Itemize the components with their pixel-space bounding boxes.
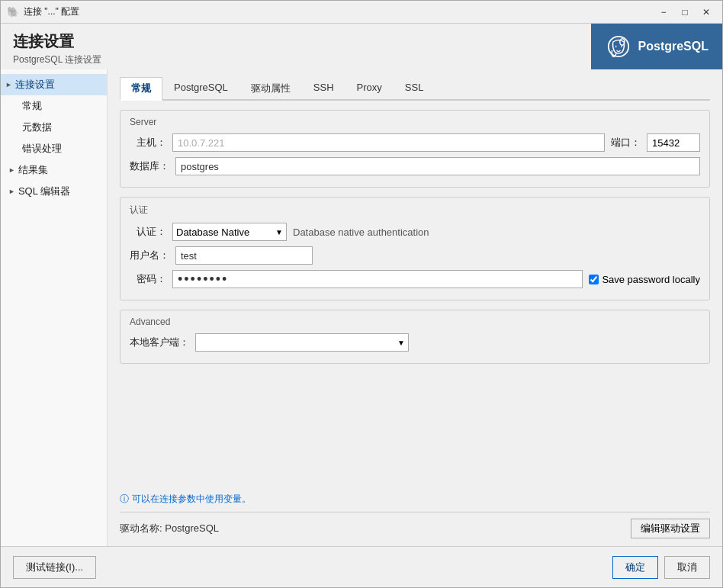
db-row: 数据库： [130,157,700,175]
close-button[interactable]: ✕ [696,4,716,21]
ok-button[interactable]: 确定 [612,556,658,579]
port-label: 端口： [611,136,641,149]
minimize-button[interactable]: − [654,4,673,21]
expand-icon: ► [8,166,15,174]
db-label: 数据库： [130,159,169,173]
maximize-button[interactable]: □ [675,4,695,21]
tab-general[interactable]: 常规 [120,77,162,101]
window-title: 连接 "..." 配置 [24,5,654,18]
header-area: 连接设置 PostgreSQL 连接设置 PostgreSQL [1,24,722,69]
auth-hint: Database native authentication [293,227,429,238]
bottom-left-actions: 测试链接(I)... [13,556,96,579]
sidebar-item-label: 错误处理 [22,142,62,156]
sidebar-item-result-set[interactable]: ► 结果集 [1,159,107,181]
dropdown-chevron-icon: ▼ [275,228,283,236]
sidebar-item-general[interactable]: 常规 [1,95,107,117]
expand-icon: ► [5,81,12,88]
variable-hint-link[interactable]: ⓘ 可以在连接参数中使用变量。 [120,493,710,506]
tab-bar: 常规 PostgreSQL 驱动属性 SSH Proxy SSL [120,77,710,101]
server-section: Server 主机： 端口： 数据库： [120,110,710,188]
password-label: 密码： [130,272,166,286]
title-bar: 🐘 连接 "..." 配置 − □ ✕ [1,1,722,24]
username-input[interactable] [175,246,313,265]
host-label: 主机： [130,136,166,149]
sidebar-item-connection-settings[interactable]: ► 连接设置 [1,74,107,95]
client-dropdown[interactable]: ▼ [195,333,409,352]
logo-text: PostgreSQL [638,40,709,53]
tab-ssh[interactable]: SSH [302,77,345,101]
main-window: 🐘 连接 "..." 配置 − □ ✕ 连接设置 PostgreSQL 连接设置… [0,0,723,588]
auth-section-title: 认证 [130,204,700,217]
auth-section: 认证 认证： Database Native ▼ Database native… [120,197,710,300]
window-controls: − □ ✕ [654,4,716,21]
sidebar-item-label: SQL 编辑器 [18,185,70,198]
variable-hint-text: 可以在连接参数中使用变量。 [132,493,251,506]
app-icon: 🐘 [7,6,19,18]
sidebar: ► 连接设置 常规 元数据 错误处理 ► 结果集 ► SQL 编辑器 [1,69,108,546]
sidebar-item-label: 常规 [22,99,42,113]
client-label: 本地客户端： [130,336,189,349]
sidebar-item-label: 元数据 [22,120,52,134]
bottom-right-actions: 确定 取消 [612,556,710,579]
cancel-button[interactable]: 取消 [664,556,710,579]
variable-hint: ⓘ 可以在连接参数中使用变量。 [120,493,710,506]
sidebar-item-sql-editor[interactable]: ► SQL 编辑器 [1,181,107,202]
username-label: 用户名： [130,249,169,262]
tab-ssl[interactable]: SSL [394,77,435,101]
advanced-section-title: Advanced [130,316,700,327]
server-section-title: Server [130,117,700,127]
auth-dropdown[interactable]: Database Native ▼ [172,223,287,241]
test-connection-button[interactable]: 测试链接(I)... [13,556,96,579]
client-row: 本地客户端： ▼ [130,333,700,352]
sidebar-item-error-handling[interactable]: 错误处理 [1,138,107,159]
auth-type-row: 认证： Database Native ▼ Database native au… [130,223,700,241]
db-input[interactable] [175,157,700,175]
postgres-logo-icon [605,33,632,60]
auth-label: 认证： [130,225,166,239]
sidebar-item-metadata[interactable]: 元数据 [1,117,107,138]
tab-postgresql[interactable]: PostgreSQL [162,77,239,101]
password-row: 密码： Save password locally [130,270,700,288]
username-row: 用户名： [130,246,700,265]
tab-proxy[interactable]: Proxy [345,77,394,101]
save-password-label[interactable]: Save password locally [589,274,700,285]
save-password-checkbox[interactable] [589,275,599,284]
sidebar-item-label: 结果集 [18,163,48,177]
info-bar: ⓘ 可以在连接参数中使用变量。 驱动名称: PostgreSQL 编辑驱动设置 [120,487,710,538]
info-icon: ⓘ [120,493,129,506]
driver-line: 驱动名称: PostgreSQL 编辑驱动设置 [120,512,710,538]
host-input[interactable] [172,133,605,152]
auth-dropdown-value: Database Native [176,227,249,238]
tab-driver-props[interactable]: 驱动属性 [239,77,302,101]
expand-icon: ► [8,188,15,195]
postgres-logo: PostgreSQL [591,24,722,69]
bottom-bar: 测试链接(I)... 确定 取消 [1,546,722,587]
right-panel: 常规 PostgreSQL 驱动属性 SSH Proxy SSL [108,69,722,546]
edit-driver-button[interactable]: 编辑驱动设置 [631,519,710,538]
save-password-text: Save password locally [602,274,700,285]
dropdown-chevron-icon: ▼ [397,339,405,347]
port-input[interactable] [647,133,700,152]
password-input[interactable] [172,270,583,288]
main-content: ► 连接设置 常规 元数据 错误处理 ► 结果集 ► SQL 编辑器 [1,69,722,546]
advanced-section: Advanced 本地客户端： ▼ [120,310,710,364]
sidebar-item-label: 连接设置 [15,78,55,92]
host-row: 主机： 端口： [130,133,700,152]
driver-name: 驱动名称: PostgreSQL [120,522,219,535]
